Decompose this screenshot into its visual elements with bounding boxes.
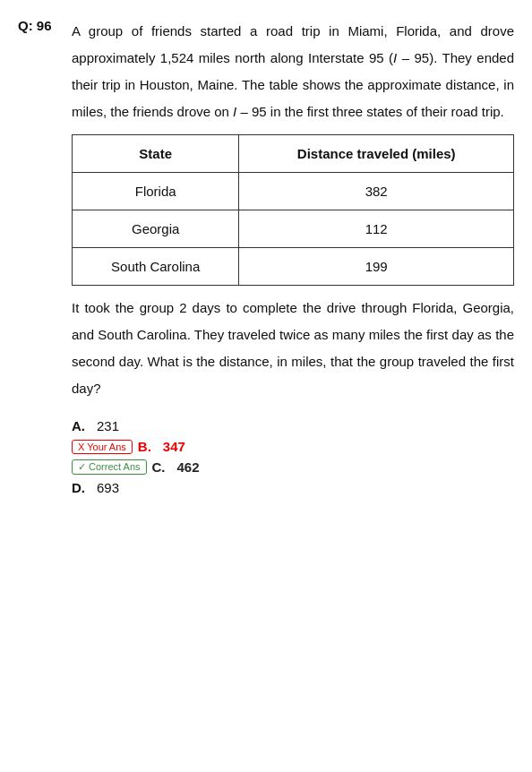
choices-list: A. 231 X Your Ans B. 347 ✓ Correct Ans C… [72, 418, 514, 495]
followup-text: It took the group 2 days to complete the… [72, 295, 514, 402]
col-header-state: State [73, 135, 239, 173]
choice-c-label: C. [152, 459, 172, 475]
choice-d-label: D. [72, 480, 91, 495]
distance-table: State Distance traveled (miles) Florida … [72, 134, 514, 286]
distance-south-carolina: 199 [239, 248, 514, 286]
question-content: A group of friends started a road trip i… [72, 18, 514, 495]
choice-c-value: 462 [177, 459, 200, 475]
choice-b-value: 347 [163, 439, 185, 454]
question-number: Q: 96 [18, 18, 72, 495]
interstate-text: Interstate [308, 50, 365, 65]
your-answer-badge: X Your Ans [72, 440, 133, 454]
col-header-distance: Distance traveled (miles) [239, 135, 514, 173]
table-row: Georgia 112 [73, 210, 514, 248]
question-text: A group of friends started a road trip i… [72, 18, 514, 125]
choice-d-value: 693 [97, 480, 119, 495]
state-georgia: Georgia [73, 210, 239, 248]
choice-a-value: 231 [97, 418, 119, 433]
choice-d: D. 693 [72, 480, 514, 495]
question-container: Q: 96 A group of friends started a road … [18, 18, 514, 495]
correct-answer-badge: ✓ Correct Ans [72, 459, 147, 475]
state-florida: Florida [73, 173, 239, 210]
choice-a: A. 231 [72, 418, 514, 433]
distance-florida: 382 [239, 173, 514, 210]
table-row: South Carolina 199 [73, 248, 514, 286]
state-south-carolina: South Carolina [73, 248, 239, 286]
choice-b-label: B. [138, 439, 158, 454]
choice-c: ✓ Correct Ans C. 462 [72, 459, 514, 475]
distance-georgia: 112 [239, 210, 514, 248]
choice-a-label: A. [72, 418, 91, 433]
table-row: Florida 382 [73, 173, 514, 210]
choice-b: X Your Ans B. 347 [72, 439, 514, 454]
